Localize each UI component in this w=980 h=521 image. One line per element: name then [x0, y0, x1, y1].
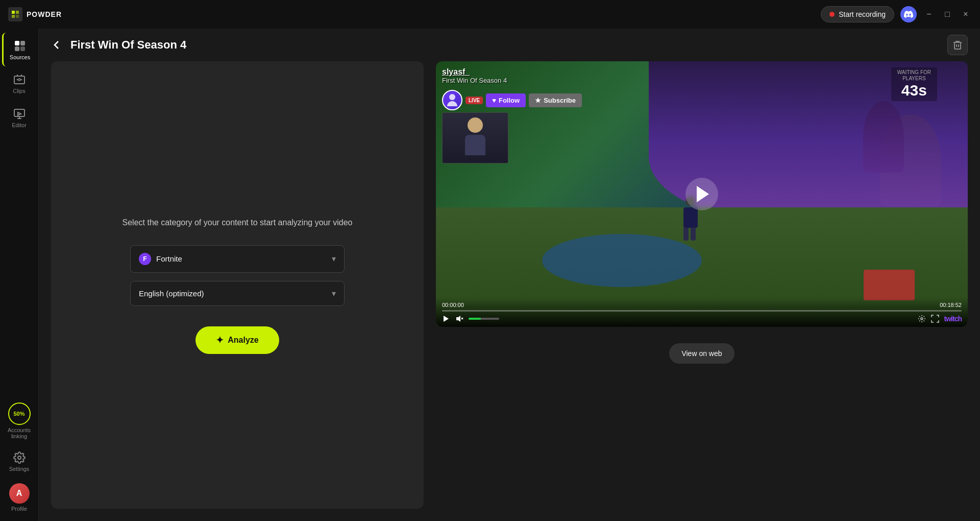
char-leg-left	[683, 228, 689, 241]
char-leg-right	[691, 228, 696, 241]
category-dropdown[interactable]: F Fortnite ▾	[130, 245, 345, 273]
main-layout: Sources Clips Editor	[0, 29, 980, 521]
back-button[interactable]	[51, 39, 62, 51]
category-label: Fortnite	[156, 254, 182, 263]
person-head	[468, 117, 483, 133]
sidebar-item-clips[interactable]: Clips	[2, 66, 37, 100]
sidebar-item-settings[interactable]: Settings	[2, 444, 37, 478]
sidebar-item-editor[interactable]: Editor	[2, 100, 37, 134]
svg-rect-0	[12, 11, 15, 14]
star-icon: ★	[535, 97, 541, 104]
twitch-logo: twitch	[944, 315, 962, 323]
accounts-percent: 50%	[13, 411, 24, 417]
settings-label: Settings	[9, 466, 30, 472]
delete-button[interactable]	[947, 35, 968, 55]
language-dropdown[interactable]: English (optimized) ▾	[130, 281, 345, 306]
fullscreen-button[interactable]	[931, 315, 939, 323]
sources-label: Sources	[10, 54, 30, 60]
close-button[interactable]: ×	[960, 8, 972, 20]
language-dropdown-container: English (optimized) ▾	[130, 281, 345, 306]
svg-rect-3	[16, 15, 19, 18]
editor-label: Editor	[12, 122, 27, 128]
dropdown-left: F Fortnite	[139, 253, 182, 265]
volume-bar[interactable]	[469, 318, 499, 320]
time-total: 00:18:52	[940, 302, 962, 308]
controls-left	[442, 315, 499, 323]
svg-rect-5	[20, 41, 25, 45]
svg-rect-1	[16, 11, 19, 14]
svg-marker-16	[456, 316, 460, 322]
maximize-button[interactable]: □	[941, 8, 953, 20]
minimize-button[interactable]: −	[923, 8, 935, 20]
stream-title: First Win Of Season 4	[442, 77, 507, 84]
progress-bar[interactable]	[442, 310, 962, 312]
person-silhouette	[462, 117, 488, 158]
stream-badges: LIVE ♥ Follow ★ Subscribe	[442, 90, 582, 110]
mute-button[interactable]	[455, 315, 463, 323]
page-header: First Win Of Season 4	[39, 29, 980, 61]
game-timer-container: WAITING FORPLAYERS 43s	[891, 67, 937, 101]
record-btn-label: Start recording	[839, 10, 886, 18]
sidebar-item-accounts[interactable]: 50% Accountslinking	[2, 397, 37, 444]
language-chevron-icon: ▾	[332, 289, 336, 298]
play-button-overlay[interactable]	[685, 178, 718, 210]
svg-rect-4	[15, 41, 19, 45]
svg-rect-8	[14, 76, 24, 84]
profile-label: Profile	[11, 506, 27, 512]
category-chevron-icon: ▾	[332, 254, 336, 264]
fortnite-icon: F	[139, 253, 151, 265]
category-dropdown-container: F Fortnite ▾	[130, 245, 345, 273]
sources-icon	[14, 39, 26, 52]
sidebar-item-profile[interactable]: A Profile	[2, 478, 37, 517]
webcam-overlay	[442, 112, 508, 163]
volume-fill	[469, 318, 481, 320]
settings-icon	[13, 451, 26, 464]
play-triangle-icon	[697, 186, 709, 202]
record-dot-icon	[829, 12, 835, 17]
svg-point-14	[449, 94, 455, 100]
clips-label: Clips	[13, 88, 25, 94]
editor-icon	[13, 106, 26, 120]
play-pause-button[interactable]	[442, 315, 450, 323]
twitch-overlay: slyasf_ First Win Of Season 4	[442, 67, 962, 84]
settings-video-button[interactable]	[918, 315, 926, 323]
two-col-layout: Select the category of your content to s…	[39, 61, 980, 521]
subscribe-button[interactable]: ★ Subscribe	[529, 93, 582, 107]
char-legs	[683, 228, 698, 241]
streamer-info: slyasf_ First Win Of Season 4	[442, 67, 507, 84]
app-name: POWDER	[27, 10, 62, 18]
live-badge: LIVE	[465, 97, 483, 104]
view-web-container: View on web	[436, 335, 968, 364]
streamer-name: slyasf_	[442, 67, 507, 77]
right-panel: slyasf_ First Win Of Season 4	[436, 61, 968, 509]
video-preview: slyasf_ First Win Of Season 4	[436, 61, 968, 327]
start-recording-button[interactable]: Start recording	[821, 6, 894, 22]
content-area: First Win Of Season 4 Select the categor…	[39, 29, 980, 521]
game-timer: 43s	[897, 82, 931, 99]
sidebar-item-sources[interactable]: Sources	[2, 33, 37, 66]
follow-button[interactable]: ♥ Follow	[486, 93, 526, 107]
discord-button[interactable]	[900, 6, 917, 22]
follow-label: Follow	[499, 97, 520, 104]
logo-icon	[8, 7, 22, 21]
streamer-avatar	[442, 90, 462, 110]
subscribe-label: Subscribe	[544, 97, 576, 104]
analyze-description: Select the category of your content to s…	[122, 217, 353, 229]
svg-point-19	[921, 318, 923, 320]
game-vehicle	[864, 270, 915, 300]
webcam-person	[443, 113, 508, 163]
svg-point-10	[18, 456, 21, 459]
char-body	[683, 207, 698, 228]
view-on-web-button[interactable]: View on web	[669, 343, 734, 364]
svg-rect-7	[20, 46, 25, 51]
person-body	[465, 135, 485, 155]
accounts-circle: 50%	[8, 402, 31, 425]
titlebar-right: Start recording − □ ×	[821, 6, 972, 22]
analyze-button[interactable]: ✦ Analyze	[195, 326, 279, 354]
video-container[interactable]: slyasf_ First Win Of Season 4	[436, 61, 968, 327]
time-current: 00:00:00	[442, 302, 464, 308]
left-panel: Select the category of your content to s…	[51, 61, 424, 509]
heart-icon: ♥	[492, 97, 496, 104]
game-tree2	[863, 101, 904, 173]
analyze-btn-label: Analyze	[228, 336, 258, 345]
